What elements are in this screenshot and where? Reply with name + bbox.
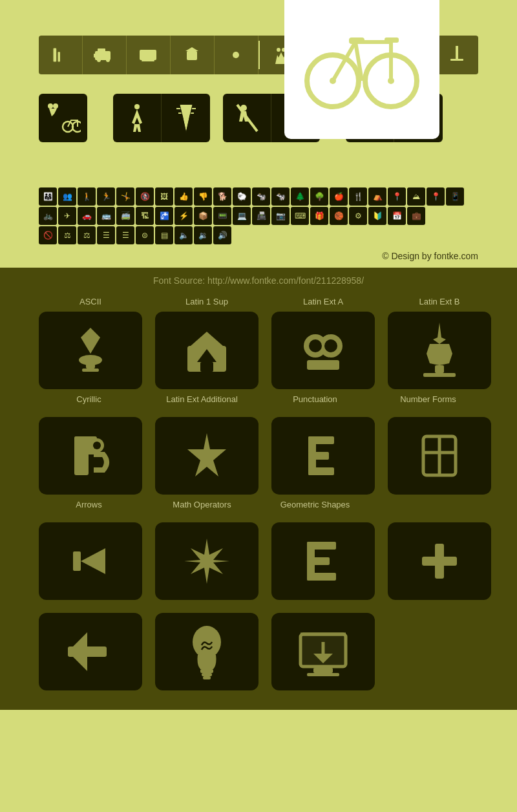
design-credit: © Design by fontke.com <box>0 251 478 261</box>
svg-rect-71 <box>308 467 334 475</box>
si-28: 🏗 <box>136 207 154 225</box>
cyrillic-label: Cyrillic <box>39 394 139 404</box>
si-43: 🚫 <box>39 226 57 244</box>
arrows-label: Arrows <box>39 500 139 509</box>
si-8: 👍 <box>174 187 193 206</box>
svg-point-67 <box>93 442 101 449</box>
svg-point-38 <box>240 105 247 111</box>
download-icon <box>271 613 375 690</box>
strip-icon-last <box>435 36 478 74</box>
svg-rect-82 <box>422 557 457 566</box>
category-latinexta: Latin Ext A <box>271 297 375 389</box>
svg-rect-6 <box>98 48 105 54</box>
strip-icon-2 <box>83 36 127 74</box>
latinextadd-label: Latin Ext Additional <box>152 394 252 404</box>
si-5: 🤸 <box>116 187 134 206</box>
numberforms-icon <box>388 417 491 495</box>
si-13: 🐄 <box>271 187 290 206</box>
svg-rect-80 <box>307 573 336 581</box>
si-34: 📠 <box>252 207 270 225</box>
si-15: 🌳 <box>310 187 328 206</box>
mathops-label: Math Operators <box>152 500 252 509</box>
svg-rect-8 <box>143 58 153 60</box>
latin1sup-icon <box>155 312 258 389</box>
si-12: 🐄 <box>252 187 270 206</box>
svg-point-59 <box>309 339 322 352</box>
si-51: 🔉 <box>194 226 212 244</box>
icon-pair-1 <box>39 94 87 142</box>
arrowleft-item <box>39 613 142 690</box>
category-latinextb: Latin Ext B <box>388 297 491 389</box>
category-row-4 <box>39 613 478 690</box>
si-6: 🚷 <box>136 187 154 206</box>
category-ascii: ASCII <box>39 297 142 389</box>
si-29: 🚰 <box>155 207 173 225</box>
si-21: 📍 <box>427 187 445 206</box>
arrows-item <box>39 522 142 600</box>
svg-rect-61 <box>307 360 339 370</box>
si-32: 📟 <box>213 207 231 225</box>
small-strip-row-2: 🚲 ✈ 🚗 🚌 🚎 🏗 🚰 ⚡ 📦 📟 💻 📠 📷 ⌨ 🎁 🏀 ⚙ 🔰 📅 💼 <box>39 207 478 225</box>
strip-icon-1 <box>39 36 83 74</box>
si-1: 👨‍👩‍👧 <box>39 187 57 206</box>
cyrillic-icon <box>39 417 142 495</box>
si-10: 🐕 <box>213 187 231 206</box>
si-24: ✈ <box>58 207 76 225</box>
category-row-2-icons <box>39 417 478 495</box>
si-11: 🐑 <box>233 187 251 206</box>
icon-pair-2 <box>113 94 210 142</box>
svg-rect-86 <box>200 669 213 673</box>
numberforms-item <box>388 417 491 495</box>
svg-rect-52 <box>86 363 95 369</box>
latin1sup-label: Latin 1 Sup <box>185 297 228 306</box>
svg-point-29 <box>53 103 58 109</box>
big-bicycle-display <box>284 0 439 139</box>
svg-point-12 <box>233 52 239 58</box>
si-50: 🔈 <box>174 226 193 244</box>
si-44: ⚖ <box>58 226 76 244</box>
svg-rect-49 <box>349 37 364 44</box>
font-source: Font Source: http://www.fontke.com/font/… <box>39 268 478 294</box>
arrowleft-icon <box>39 613 142 690</box>
si-37: 🎁 <box>310 207 328 225</box>
geoshapes-item <box>271 522 375 600</box>
si-52: 🔊 <box>213 226 231 244</box>
svg-rect-3 <box>94 54 96 58</box>
strip-icon-dot <box>215 36 258 74</box>
latinextb-label: Latin Ext B <box>419 297 460 306</box>
bulb-item <box>155 613 258 690</box>
icon-no-person <box>223 94 271 142</box>
si-47: ☰ <box>116 226 134 244</box>
latinextadd-icon <box>155 417 258 495</box>
cyrillic-item <box>39 417 142 495</box>
arrows-icon <box>39 522 142 600</box>
mathops-icon <box>155 522 258 600</box>
svg-rect-92 <box>313 668 333 673</box>
svg-rect-27 <box>450 59 463 61</box>
si-25: 🚗 <box>78 207 96 225</box>
category-latin1sup: Latin 1 Sup <box>155 297 258 389</box>
si-19: 📍 <box>388 187 406 206</box>
si-3: 🚶 <box>78 187 96 206</box>
si-22: 📱 <box>446 187 464 206</box>
svg-point-13 <box>277 48 280 52</box>
category-row-3-labels: Arrows Math Operators Geometric Shapes <box>39 500 478 509</box>
punctuation-icon <box>271 417 375 495</box>
svg-rect-87 <box>202 673 212 676</box>
si-39: ⚙ <box>349 207 367 225</box>
si-40: 🔰 <box>368 207 386 225</box>
svg-rect-62 <box>435 365 444 373</box>
small-strip-row-1: 👨‍👩‍👧 👥 🚶 🏃 🤸 🚷 🖼 👍 👎 🐕 🐑 🐄 🐄 🌲 🌳 🍎 🍴 ⛺ … <box>39 187 478 206</box>
ascii-icon <box>39 312 142 389</box>
svg-point-5 <box>106 58 110 62</box>
latinexta-icon <box>271 312 375 389</box>
svg-point-28 <box>48 103 53 109</box>
si-45: ⚖ <box>78 226 96 244</box>
si-4: 🏃 <box>97 187 115 206</box>
si-31: 📦 <box>194 207 212 225</box>
si-16: 🍎 <box>330 187 348 206</box>
svg-rect-0 <box>54 48 57 62</box>
svg-rect-63 <box>423 373 456 377</box>
geoshapes-label: Geometric Shapes <box>265 500 365 509</box>
si-35: 📷 <box>271 207 290 225</box>
